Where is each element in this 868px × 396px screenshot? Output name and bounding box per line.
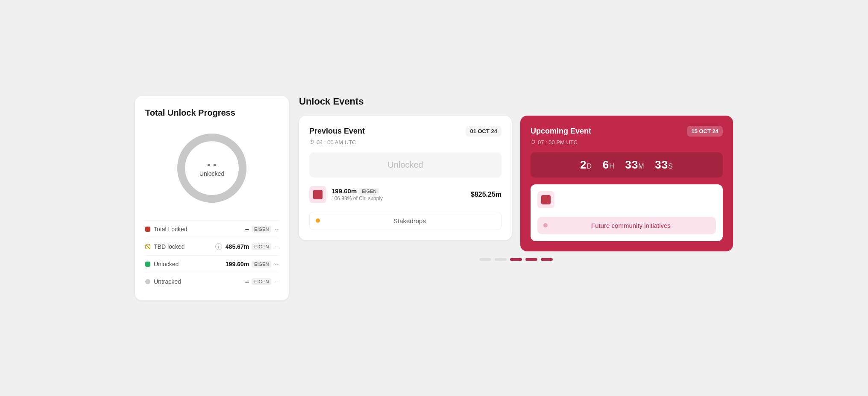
- legend-value-tbd: 485.67m: [226, 243, 249, 250]
- countdown-minutes: 33: [625, 158, 638, 171]
- left-card-title: Total Unlock Progress: [145, 108, 279, 118]
- upcoming-token-row: 11.22m EIGEN 6.01% of Cir. supply $43.87…: [537, 191, 716, 208]
- prev-token-tag: EIGEN: [359, 188, 379, 195]
- prev-token-amount-row: 199.60m EIGEN: [331, 187, 466, 195]
- upcoming-event-date: 15 OCT 24: [687, 126, 723, 137]
- legend-row-tbd-locked: TBD locked i 485.67m EIGEN --: [145, 238, 279, 255]
- donut-center: - - Unlocked: [199, 159, 224, 178]
- legend-dash-untracked: --: [275, 278, 279, 285]
- upcoming-token-icon-inner: [541, 195, 551, 204]
- prev-event-time-text: 04 : 00 AM UTC: [317, 139, 356, 146]
- legend-name-unlocked: Unlocked: [154, 261, 226, 268]
- legend-name-untracked: Untracked: [154, 278, 245, 285]
- legend-row-untracked: Untracked -- EIGEN --: [145, 273, 279, 290]
- countdown-hours: 6: [603, 158, 609, 171]
- legend-dot-gray: [145, 279, 150, 284]
- legend-dot-red: [145, 227, 150, 232]
- legend-tag-unlocked: EIGEN: [252, 261, 271, 268]
- prev-token-icon: [309, 186, 326, 203]
- page-dot-5[interactable]: [541, 258, 553, 261]
- events-row: Previous Event 01 OCT 24 ⏱ 04 : 00 AM UT…: [299, 116, 733, 251]
- countdown-days-unit: D: [587, 163, 592, 170]
- page-dot-4[interactable]: [525, 258, 537, 261]
- prev-token-info: 199.60m EIGEN 106.98% of Cir. supply: [331, 187, 466, 201]
- legend-value-unlocked: 199.60m: [226, 261, 249, 268]
- prev-event-header: Previous Event 01 OCT 24: [309, 126, 501, 137]
- legend-dot-tbd: [145, 244, 150, 249]
- legend-dash-total-locked: --: [275, 226, 279, 232]
- countdown-text: 2D 6H 33M 33S: [580, 158, 673, 171]
- upcoming-event-time-text: 07 : 00 PM UTC: [538, 139, 578, 146]
- info-icon-tbd[interactable]: i: [215, 243, 222, 250]
- upcoming-event-card: Upcoming Event 15 OCT 24 ⏱ 07 : 00 PM UT…: [520, 116, 733, 251]
- prev-event-title: Previous Event: [309, 127, 365, 136]
- legend-tag-untracked: EIGEN: [252, 278, 271, 285]
- prev-event-time: ⏱ 04 : 00 AM UTC: [309, 139, 501, 146]
- section-title: Unlock Events: [299, 96, 733, 107]
- legend-tag-tbd: EIGEN: [252, 243, 271, 250]
- upcoming-bottom-row: Future community initiatives: [537, 217, 716, 234]
- legend-row-unlocked: Unlocked 199.60m EIGEN --: [145, 255, 279, 273]
- unlocked-status-label: Unlocked: [387, 160, 423, 169]
- donut-chart-container: - - Unlocked: [145, 130, 279, 207]
- upcoming-token-amount-row: 11.22m EIGEN: [560, 192, 684, 200]
- upcoming-token-tag: EIGEN: [584, 193, 604, 200]
- unlocked-status-box: Unlocked: [309, 152, 501, 178]
- previous-event-card: Previous Event 01 OCT 24 ⏱ 04 : 00 AM UT…: [299, 116, 512, 240]
- community-dot: [543, 223, 548, 227]
- legend-dash-tbd: --: [275, 243, 279, 250]
- prev-token-amount: 199.60m: [331, 187, 357, 195]
- donut-center-dash: - -: [199, 159, 224, 170]
- legend-name-tbd: TBD locked: [154, 243, 214, 250]
- clock-icon-prev: ⏱: [309, 139, 314, 145]
- community-label: Future community initiatives: [552, 222, 710, 229]
- clock-icon-upcoming: ⏱: [531, 139, 536, 145]
- legend-value-untracked: --: [245, 278, 249, 285]
- prev-token-usd: $825.25m: [471, 191, 501, 198]
- upcoming-event-title: Upcoming Event: [531, 127, 591, 136]
- legend-list: Total Locked -- EIGEN -- TBD locked i 48…: [145, 220, 279, 290]
- right-section: Unlock Events Previous Event 01 OCT 24 ⏱…: [299, 96, 733, 261]
- upcoming-token-supply: 6.01% of Cir. supply: [560, 201, 684, 207]
- upcoming-event-header: Upcoming Event 15 OCT 24: [531, 126, 723, 137]
- main-container: Total Unlock Progress - - Unlocked Total…: [135, 96, 733, 300]
- upcoming-token-icon: [537, 191, 554, 208]
- upcoming-inner-section: 11.22m EIGEN 6.01% of Cir. supply $43.87…: [531, 184, 723, 241]
- countdown-box: 2D 6H 33M 33S: [531, 152, 723, 178]
- stakedrops-dot: [316, 218, 320, 223]
- donut-wrapper: - - Unlocked: [173, 130, 250, 207]
- legend-dot-green: [145, 262, 150, 267]
- page-dot-3[interactable]: [510, 258, 522, 261]
- upcoming-event-time: ⏱ 07 : 00 PM UTC: [531, 139, 723, 146]
- upcoming-token-usd: $43.87m: [689, 196, 716, 204]
- countdown-minutes-unit: M: [638, 163, 644, 170]
- legend-name-total-locked: Total Locked: [154, 226, 245, 233]
- total-unlock-card: Total Unlock Progress - - Unlocked Total…: [135, 96, 289, 300]
- page-dot-2[interactable]: [495, 258, 507, 261]
- legend-value-total-locked: --: [245, 226, 249, 233]
- prev-bottom-row: Stakedrops: [309, 212, 501, 230]
- pagination-dots: [299, 258, 733, 261]
- upcoming-token-info: 11.22m EIGEN 6.01% of Cir. supply: [560, 192, 684, 207]
- countdown-seconds: 33: [655, 158, 668, 171]
- prev-token-row: 199.60m EIGEN 106.98% of Cir. supply $82…: [309, 186, 501, 203]
- stakedrops-label: Stakedrops: [324, 217, 495, 224]
- prev-token-icon-inner: [313, 190, 323, 199]
- countdown-days: 2: [580, 158, 586, 171]
- legend-row-total-locked: Total Locked -- EIGEN --: [145, 220, 279, 238]
- countdown-seconds-unit: S: [668, 163, 673, 170]
- page-dot-1[interactable]: [479, 258, 491, 261]
- donut-center-label: Unlocked: [199, 170, 224, 177]
- legend-tag-total-locked: EIGEN: [252, 226, 271, 233]
- prev-token-supply: 106.98% of Cir. supply: [331, 195, 466, 201]
- upcoming-token-amount: 11.22m: [560, 192, 581, 200]
- countdown-hours-unit: H: [609, 163, 615, 170]
- prev-event-date: 01 OCT 24: [466, 126, 501, 137]
- legend-dash-unlocked: --: [275, 261, 279, 267]
